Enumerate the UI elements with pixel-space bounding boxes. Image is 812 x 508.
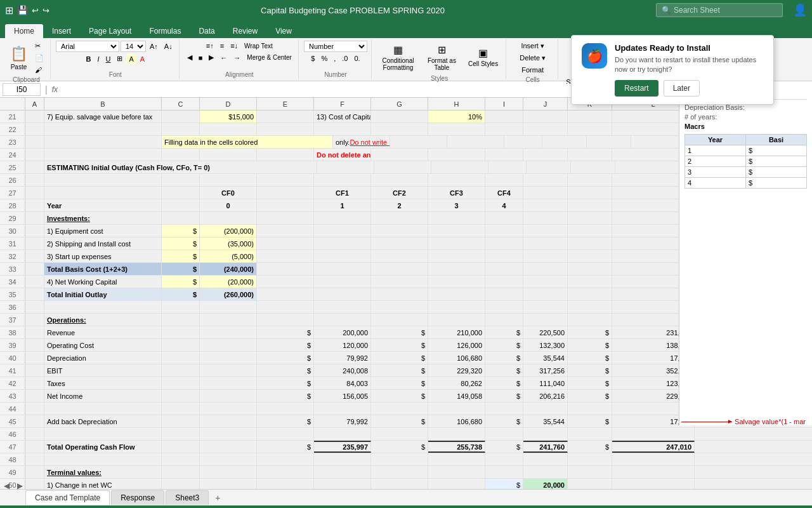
conditional-format-button[interactable]: ▦ Conditional Formatting [377, 41, 419, 74]
italic-button[interactable]: I [95, 54, 102, 64]
tab-home[interactable]: Home [5, 24, 43, 38]
font-family-select[interactable]: Arial [56, 41, 119, 52]
depreciation-basis-row: Depreciation Basis: [684, 104, 807, 111]
tab-view[interactable]: View [266, 24, 301, 38]
font-color-button[interactable]: A [138, 54, 147, 64]
col-header-a[interactable]: A [25, 98, 44, 110]
sheet-tab-response[interactable]: Response [111, 490, 164, 505]
prev-sheet-icon[interactable]: ◀ [0, 480, 13, 491]
row-num-header [0, 98, 25, 110]
table-row: 47 Total Operating Cash Flow $ 235,997 $… [0, 441, 812, 453]
number-format-select[interactable]: Number [304, 41, 367, 52]
update-popup: 🍎 Updates Ready to Install Do you want t… [571, 35, 774, 105]
fill-color-button[interactable]: A [126, 54, 136, 64]
file-title: Capital Budgeting Case PROBLEM SPRING 20… [49, 6, 656, 15]
table-row: 50 1) Change in net WC $ 20,000 [0, 479, 812, 489]
decimal-decrease-button[interactable]: 0. [351, 53, 362, 64]
underline-button[interactable]: U [103, 54, 114, 64]
comma-button[interactable]: , [331, 53, 338, 64]
salvage-label: Salvage value*(1 - mar [735, 418, 806, 425]
add-sheet-button[interactable]: + [210, 491, 225, 504]
tab-formulas[interactable]: Formulas [140, 24, 190, 38]
tab-data[interactable]: Data [190, 24, 223, 38]
cells-label: Cells [526, 76, 540, 83]
align-right-button[interactable]: ▶ [206, 52, 216, 63]
styles-group: ▦ Conditional Formatting ⊞ Format as Tab… [373, 39, 506, 79]
basis-label: Depreciation Basis: [684, 104, 745, 111]
table-row: 49 Terminal values: [0, 466, 812, 479]
update-title: Updates Ready to Install [615, 43, 763, 53]
paste-button[interactable]: 📋 Paste [6, 41, 31, 74]
col-header-c[interactable]: C [162, 98, 200, 110]
delete-cells-button[interactable]: Delete ▾ [517, 53, 548, 64]
col-header-e[interactable]: E [257, 98, 314, 110]
wrap-text-button[interactable]: Wrap Text [242, 41, 275, 51]
tab-insert[interactable]: Insert [43, 24, 80, 38]
align-bottom-button[interactable]: ≡↓ [228, 41, 240, 51]
currency-button[interactable]: $ [308, 53, 317, 64]
update-description: Do you want to restart to install these … [615, 55, 763, 75]
number-label: Number [324, 71, 347, 78]
align-top-button[interactable]: ≡↑ [204, 41, 216, 51]
align-center-button[interactable]: ■ [196, 53, 206, 63]
sheet-tabs: ◀ ▶ Case and Template Response Sheet3 + [0, 489, 812, 505]
col-header-g[interactable]: G [371, 98, 428, 110]
cell-reference[interactable]: I50 [3, 83, 41, 96]
insert-cells-button[interactable]: Insert ▾ [518, 41, 547, 51]
undo-icon[interactable]: ↩ [32, 6, 39, 15]
search-box[interactable]: 🔍 Search Sheet [656, 3, 783, 17]
col-header-f[interactable]: F [314, 98, 371, 110]
indent-decrease-button[interactable]: ← [218, 53, 230, 63]
col-header-h[interactable]: H [428, 98, 485, 110]
clipboard-label: Clipboard [13, 76, 40, 83]
col-header-b[interactable]: B [44, 98, 162, 110]
alignment-group: ≡↑ ≡ ≡↓ Wrap Text ◀ ■ ▶ ← → Merge & Cent… [181, 39, 299, 79]
percent-button[interactable]: % [318, 53, 330, 64]
save-icon[interactable]: 💾 [17, 5, 28, 15]
col-header-i[interactable]: I [485, 98, 523, 110]
table-row: 48 [0, 453, 812, 466]
format-painter-button[interactable]: 🖌 [32, 65, 46, 75]
table-row: 1 $ [685, 145, 807, 156]
tab-page-layout[interactable]: Page Layout [80, 24, 140, 38]
update-buttons: Restart Later [615, 80, 763, 97]
tab-review[interactable]: Review [224, 24, 266, 38]
align-middle-button[interactable]: ≡ [218, 41, 226, 51]
merge-center-button[interactable]: Merge & Center [244, 53, 294, 62]
font-grow-button[interactable]: A↑ [147, 41, 160, 51]
update-content: Updates Ready to Install Do you want to … [615, 43, 763, 97]
bold-button[interactable]: B [84, 54, 94, 64]
sheet-tab-sheet3[interactable]: Sheet3 [166, 490, 209, 505]
formula-separator: | [43, 84, 49, 95]
font-label: Font [109, 71, 122, 78]
restart-button[interactable]: Restart [615, 80, 658, 97]
salvage-annotation: Salvage value*(1 - mar [681, 418, 806, 425]
cell-styles-button[interactable]: ▣ Cell Styles [464, 41, 502, 74]
next-sheet-icon[interactable]: ▶ [13, 480, 27, 491]
cut-button[interactable]: ✂ [32, 41, 46, 51]
font-size-select[interactable]: 14 [121, 41, 146, 52]
copy-button[interactable]: 📄 [32, 53, 46, 64]
format-cells-button[interactable]: Format [519, 65, 546, 75]
depreciation-method-row: Macrs [684, 123, 807, 130]
decimal-increase-button[interactable]: .0 [339, 53, 350, 64]
font-shrink-button[interactable]: A↓ [162, 41, 175, 51]
status-bar: Ready Average: 100801 Count: 42 Sum: 131… [0, 505, 812, 508]
cells-group: Insert ▾ Delete ▾ Format Cells [508, 39, 558, 79]
align-left-button[interactable]: ◀ [185, 52, 195, 63]
indent-increase-button[interactable]: → [231, 53, 243, 63]
profile-icon[interactable]: 👤 [793, 3, 807, 17]
table-row: 2 $ [685, 156, 807, 167]
depreciation-years-row: # of years: [684, 113, 807, 121]
border-button[interactable]: ⊞ [114, 53, 125, 64]
later-button[interactable]: Later [664, 80, 700, 97]
excel-icon: ⊞ [5, 4, 13, 17]
col-header-d[interactable]: D [200, 98, 257, 110]
format-as-table-button[interactable]: ⊞ Format as Table [421, 41, 463, 74]
redo-icon[interactable]: ↪ [43, 6, 49, 15]
update-app-icon: 🍎 [582, 43, 607, 69]
sheet-tab-case[interactable]: Case and Template [25, 490, 110, 505]
col-header-j[interactable]: J [523, 98, 568, 110]
alignment-label: Alignment [225, 71, 253, 78]
title-bar-left: ⊞ 💾 ↩ ↪ [5, 4, 49, 17]
